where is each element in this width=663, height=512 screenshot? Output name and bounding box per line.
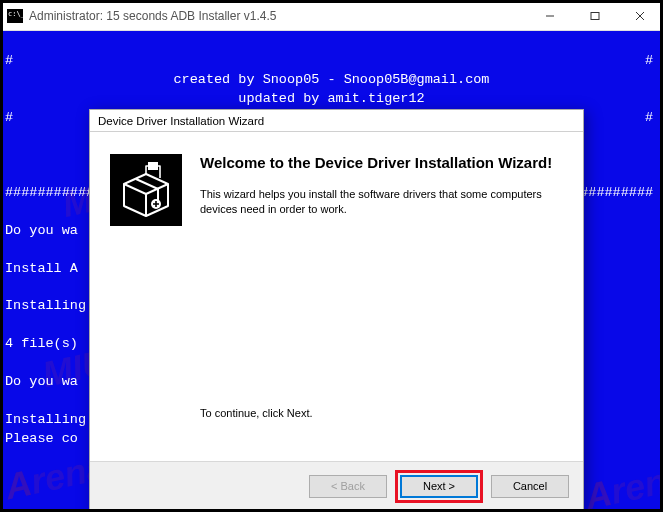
- svg-rect-1: [591, 12, 599, 19]
- cmd-icon: [7, 9, 23, 23]
- wizard-body: Welcome to the Device Driver Installatio…: [90, 132, 583, 461]
- next-button-highlight: Next >: [395, 470, 483, 503]
- console-area: MIUI Arena MIUI Arena MIUI Arena MIUI Ar…: [1, 31, 662, 511]
- wizard-footer: < Back Next > Cancel: [90, 461, 583, 511]
- cancel-button[interactable]: Cancel: [491, 475, 569, 498]
- next-button[interactable]: Next >: [400, 475, 478, 498]
- driver-box-icon: [110, 154, 182, 226]
- wizard-heading: Welcome to the Device Driver Installatio…: [200, 154, 563, 173]
- wizard-title: Device Driver Installation Wizard: [90, 110, 583, 132]
- window-title: Administrator: 15 seconds ADB Installer …: [29, 9, 276, 23]
- driver-wizard-dialog: Device Driver Installation Wizard: [89, 109, 584, 511]
- minimize-button[interactable]: [527, 1, 572, 30]
- cmd-window: Administrator: 15 seconds ADB Installer …: [0, 0, 663, 512]
- wizard-continue-text: To continue, click Next.: [200, 406, 563, 421]
- maximize-button[interactable]: [572, 1, 617, 30]
- close-button[interactable]: [617, 1, 662, 30]
- back-button: < Back: [309, 475, 387, 498]
- svg-rect-4: [148, 162, 158, 170]
- titlebar[interactable]: Administrator: 15 seconds ADB Installer …: [1, 1, 662, 31]
- wizard-description: This wizard helps you install the softwa…: [200, 187, 563, 217]
